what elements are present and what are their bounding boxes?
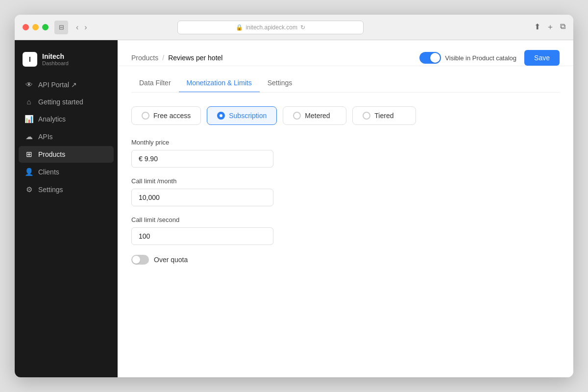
radio-free-access bbox=[142, 112, 149, 120]
sidebar-label-settings: Settings bbox=[38, 186, 63, 194]
sidebar-label-products: Products bbox=[38, 150, 65, 158]
option-tiered[interactable]: Tiered bbox=[352, 106, 416, 125]
app-layout: I Initech Dashboard 👁 API Portal ↗ ⌂ Get… bbox=[15, 40, 573, 377]
call-limit-month-input[interactable] bbox=[131, 189, 273, 206]
sidebar-item-settings[interactable]: ⚙ Settings bbox=[19, 181, 114, 198]
home-icon: ⌂ bbox=[24, 98, 33, 106]
option-free-access-label: Free access bbox=[153, 112, 191, 120]
share-icon[interactable]: ⬆ bbox=[534, 22, 540, 32]
option-tiered-label: Tiered bbox=[374, 112, 393, 120]
brand-name: Initech bbox=[42, 52, 69, 60]
tabs-icon[interactable]: ⧉ bbox=[560, 22, 565, 32]
monthly-price-label: Monthly price bbox=[131, 139, 560, 146]
pricing-options: Free access Subscription Metered Tiered bbox=[131, 106, 560, 125]
call-limit-month-group: Call limit /month bbox=[131, 177, 560, 206]
sidebar-label-apis: APIs bbox=[38, 133, 53, 141]
lock-icon: 🔒 bbox=[236, 24, 243, 31]
brand-subtitle: Dashboard bbox=[42, 60, 69, 66]
user-icon: 👤 bbox=[24, 168, 33, 176]
analytics-icon: 📊 bbox=[24, 115, 33, 123]
radio-subscription bbox=[217, 112, 225, 120]
monthly-price-input[interactable] bbox=[131, 150, 273, 168]
nav-arrows: ‹ › bbox=[74, 22, 89, 33]
option-subscription-label: Subscription bbox=[229, 112, 267, 120]
over-quota-label: Over quota bbox=[154, 256, 188, 264]
over-quota-toggle[interactable] bbox=[131, 255, 149, 265]
header-actions: Visible in Product catalog Save bbox=[419, 50, 560, 66]
radio-metered bbox=[293, 112, 301, 120]
settings-icon: ⚙ bbox=[24, 185, 33, 194]
breadcrumb-parent[interactable]: Products bbox=[131, 54, 158, 62]
main-content: Products / Reviews per hotel Visible in … bbox=[118, 40, 573, 377]
brand-icon: I bbox=[23, 52, 37, 67]
call-limit-second-label: Call limit /second bbox=[131, 216, 560, 223]
over-quota-row: Over quota bbox=[131, 255, 560, 265]
option-free-access[interactable]: Free access bbox=[131, 106, 201, 125]
new-tab-icon[interactable]: ＋ bbox=[546, 22, 554, 32]
breadcrumb-current: Reviews per hotel bbox=[168, 54, 222, 62]
brand-text: Initech Dashboard bbox=[42, 52, 69, 66]
grid-icon: ⊞ bbox=[24, 150, 33, 159]
page-header: Products / Reviews per hotel Visible in … bbox=[118, 40, 573, 66]
call-limit-second-input[interactable] bbox=[131, 227, 273, 245]
radio-tiered bbox=[363, 112, 370, 120]
call-limit-second-group: Call limit /second bbox=[131, 216, 560, 245]
sidebar-item-apis[interactable]: ☁ APIs bbox=[19, 128, 114, 145]
option-metered-label: Metered bbox=[305, 112, 330, 120]
monthly-price-group: Monthly price bbox=[131, 139, 560, 168]
sidebar-toggle-icon[interactable]: ⊟ bbox=[54, 21, 68, 34]
tab-data-filter[interactable]: Data Filter bbox=[131, 74, 179, 93]
visibility-toggle[interactable] bbox=[419, 52, 441, 64]
sidebar-item-products[interactable]: ⊞ Products bbox=[19, 146, 114, 163]
option-metered[interactable]: Metered bbox=[283, 106, 346, 125]
brand: I Initech Dashboard bbox=[15, 48, 118, 76]
save-button[interactable]: Save bbox=[524, 50, 560, 66]
sidebar: I Initech Dashboard 👁 API Portal ↗ ⌂ Get… bbox=[15, 40, 118, 377]
content-body: Free access Subscription Metered Tiered bbox=[118, 93, 573, 278]
browser-chrome: ⊟ ‹ › 🔒 initech.apideck.com ↻ ⬆ ＋ ⧉ bbox=[15, 15, 573, 40]
call-limit-month-label: Call limit /month bbox=[131, 177, 560, 185]
sidebar-label-clients: Clients bbox=[38, 168, 59, 176]
traffic-lights bbox=[23, 24, 49, 30]
address-bar[interactable]: 🔒 initech.apideck.com ↻ bbox=[177, 21, 364, 34]
sidebar-label-getting-started: Getting started bbox=[38, 98, 83, 106]
sidebar-item-analytics[interactable]: 📊 Analytics bbox=[19, 111, 114, 127]
tab-monetization-limits[interactable]: Monetization & Limits bbox=[179, 74, 260, 93]
tab-settings[interactable]: Settings bbox=[260, 74, 300, 93]
tabs-row: Data Filter Monetization & Limits Settin… bbox=[118, 74, 573, 92]
sidebar-label-api-portal: API Portal ↗ bbox=[38, 81, 77, 89]
browser-window: ⊟ ‹ › 🔒 initech.apideck.com ↻ ⬆ ＋ ⧉ I In… bbox=[15, 15, 573, 377]
browser-actions: ⬆ ＋ ⧉ bbox=[534, 22, 565, 32]
back-button[interactable]: ‹ bbox=[74, 22, 80, 33]
sidebar-item-api-portal[interactable]: 👁 API Portal ↗ bbox=[19, 76, 114, 93]
breadcrumb: Products / Reviews per hotel bbox=[131, 54, 222, 62]
option-subscription[interactable]: Subscription bbox=[207, 106, 277, 125]
address-text: initech.apideck.com bbox=[246, 24, 297, 31]
sidebar-item-getting-started[interactable]: ⌂ Getting started bbox=[19, 94, 114, 110]
sidebar-item-clients[interactable]: 👤 Clients bbox=[19, 164, 114, 180]
maximize-button[interactable] bbox=[42, 24, 49, 30]
minimize-button[interactable] bbox=[32, 24, 39, 30]
sidebar-label-analytics: Analytics bbox=[38, 115, 66, 123]
sidebar-nav: 👁 API Portal ↗ ⌂ Getting started 📊 Analy… bbox=[15, 76, 118, 198]
close-button[interactable] bbox=[23, 24, 29, 30]
reload-icon[interactable]: ↻ bbox=[300, 24, 305, 31]
visibility-toggle-group: Visible in Product catalog bbox=[419, 52, 516, 64]
breadcrumb-separator: / bbox=[162, 54, 164, 62]
eye-icon: 👁 bbox=[24, 80, 33, 89]
forward-button[interactable]: › bbox=[82, 22, 89, 33]
visibility-toggle-label: Visible in Product catalog bbox=[445, 54, 516, 62]
cloud-icon: ☁ bbox=[24, 132, 33, 141]
